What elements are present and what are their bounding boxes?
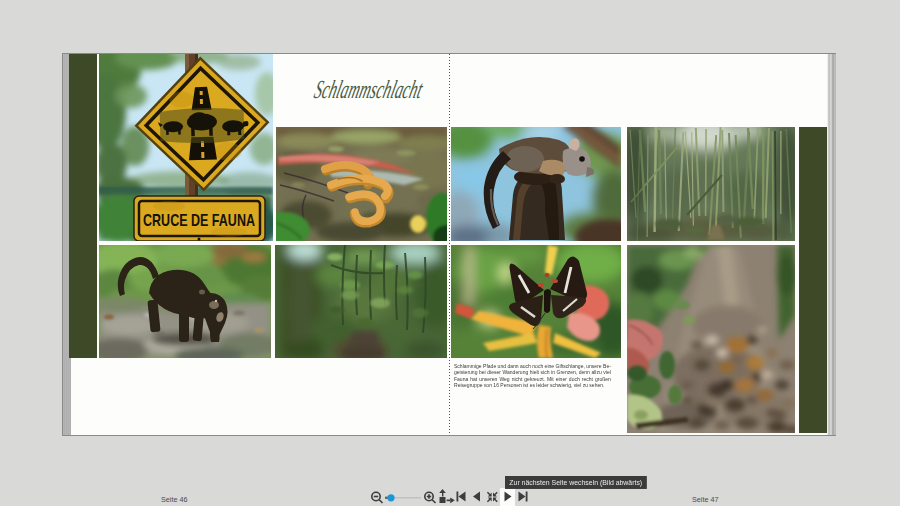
svg-text:Schlammschlacht: Schlammschlacht xyxy=(312,74,427,104)
svg-text:CRUCE DE FAUNA: CRUCE DE FAUNA xyxy=(143,211,255,230)
